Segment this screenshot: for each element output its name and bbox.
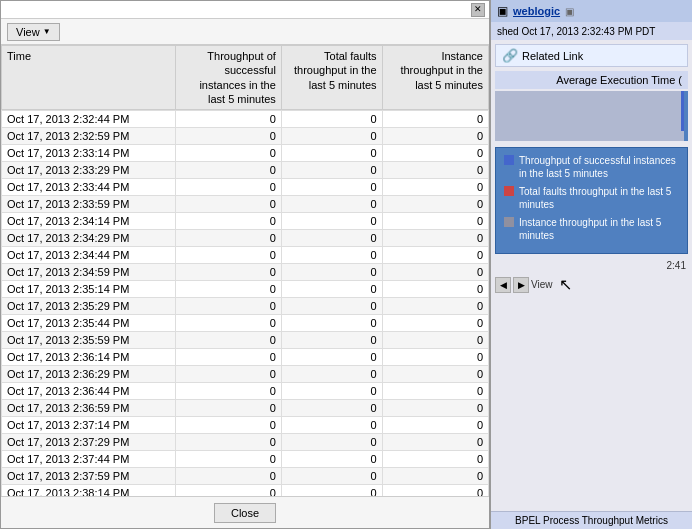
table-cell-value: 0 xyxy=(281,196,382,213)
table-row: Oct 17, 2013 2:35:44 PM000 xyxy=(2,315,489,332)
table-cell-value: 0 xyxy=(382,213,488,230)
table-cell-time: Oct 17, 2013 2:36:29 PM xyxy=(2,366,176,383)
table-cell-value: 0 xyxy=(175,315,281,332)
table-cell-value: 0 xyxy=(175,349,281,366)
table-row: Oct 17, 2013 2:33:44 PM000 xyxy=(2,179,489,196)
close-button[interactable]: Close xyxy=(214,503,276,523)
table-cell-time: Oct 17, 2013 2:37:59 PM xyxy=(2,468,176,485)
table-cell-value: 0 xyxy=(175,485,281,496)
table-row: Oct 17, 2013 2:35:59 PM000 xyxy=(2,332,489,349)
data-table-body: Oct 17, 2013 2:32:44 PM000Oct 17, 2013 2… xyxy=(1,110,489,496)
table-cell-time: Oct 17, 2013 2:35:59 PM xyxy=(2,332,176,349)
table-cell-time: Oct 17, 2013 2:37:44 PM xyxy=(2,451,176,468)
table-cell-value: 0 xyxy=(281,128,382,145)
col-header-throughput-success: Throughput of successful instances in th… xyxy=(175,46,281,110)
dialog-titlebar: ✕ xyxy=(1,1,489,19)
table-cell-value: 0 xyxy=(382,349,488,366)
table-row: Oct 17, 2013 2:36:44 PM000 xyxy=(2,383,489,400)
table-cell-time: Oct 17, 2013 2:32:59 PM xyxy=(2,128,176,145)
table-cell-value: 0 xyxy=(175,332,281,349)
table-cell-value: 0 xyxy=(382,417,488,434)
table-cell-time: Oct 17, 2013 2:36:14 PM xyxy=(2,349,176,366)
view-arrow-icon: ▼ xyxy=(43,27,51,36)
table-scroll-area[interactable]: Oct 17, 2013 2:32:44 PM000Oct 17, 2013 2… xyxy=(1,110,489,496)
table-cell-value: 0 xyxy=(281,468,382,485)
table-cell-value: 0 xyxy=(175,468,281,485)
table-cell-value: 0 xyxy=(281,332,382,349)
table-cell-value: 0 xyxy=(175,417,281,434)
col-header-instance-throughput: Instance throughput in the last 5 minute… xyxy=(382,46,488,110)
timestamp-value: 2:41 xyxy=(667,260,686,271)
nav-next-button[interactable]: ▶ xyxy=(513,277,529,293)
table-row: Oct 17, 2013 2:38:14 PM000 xyxy=(2,485,489,496)
nav-prev-button[interactable]: ◀ xyxy=(495,277,511,293)
table-cell-value: 0 xyxy=(382,400,488,417)
right-spacer xyxy=(491,296,692,511)
close-x-button[interactable]: ✕ xyxy=(471,3,485,17)
table-cell-value: 0 xyxy=(281,400,382,417)
table-cell-value: 0 xyxy=(382,315,488,332)
bottom-label-text: BPEL Process Throughput Metrics xyxy=(515,515,668,526)
table-cell-time: Oct 17, 2013 2:33:59 PM xyxy=(2,196,176,213)
table-cell-value: 0 xyxy=(175,145,281,162)
table-cell-value: 0 xyxy=(175,162,281,179)
table-cell-value: 0 xyxy=(281,213,382,230)
right-panel: ▣ weblogic ▣ shed Oct 17, 2013 2:32:43 P… xyxy=(490,0,692,529)
next-arrow-icon: ▶ xyxy=(518,280,525,290)
table-cell-value: 0 xyxy=(382,196,488,213)
table-cell-time: Oct 17, 2013 2:34:14 PM xyxy=(2,213,176,230)
table-cell-value: 0 xyxy=(175,264,281,281)
app-icon2: ▣ xyxy=(565,6,574,17)
table-body: Oct 17, 2013 2:32:44 PM000Oct 17, 2013 2… xyxy=(2,111,489,496)
table-cell-value: 0 xyxy=(281,417,382,434)
table-row: Oct 17, 2013 2:37:44 PM000 xyxy=(2,451,489,468)
table-cell-time: Oct 17, 2013 2:37:14 PM xyxy=(2,417,176,434)
view-button[interactable]: View ▼ xyxy=(7,23,60,41)
table-cell-value: 0 xyxy=(382,111,488,128)
legend-item-3: Instance throughput in the last 5 minute… xyxy=(504,216,679,242)
prev-arrow-icon: ◀ xyxy=(500,280,507,290)
table-cell-value: 0 xyxy=(382,247,488,264)
chart-area xyxy=(495,91,688,141)
table-cell-value: 0 xyxy=(382,298,488,315)
table-row: Oct 17, 2013 2:34:59 PM000 xyxy=(2,264,489,281)
chart-bottom-nav: ◀ ▶ View ↖ xyxy=(491,273,692,296)
legend-item-1: Throughput of successful instances in th… xyxy=(504,154,679,180)
legend-color-gray xyxy=(504,217,514,227)
table-cell-value: 0 xyxy=(382,332,488,349)
table-cell-time: Oct 17, 2013 2:35:29 PM xyxy=(2,298,176,315)
avg-exec-bar: Average Execution Time ( xyxy=(495,71,688,89)
table-cell-value: 0 xyxy=(382,434,488,451)
table-cell-value: 0 xyxy=(175,247,281,264)
table-cell-value: 0 xyxy=(281,485,382,496)
table-cell-value: 0 xyxy=(382,230,488,247)
table-row: Oct 17, 2013 2:37:59 PM000 xyxy=(2,468,489,485)
table-header: Time Throughput of successful instances … xyxy=(2,46,489,110)
table-cell-value: 0 xyxy=(382,128,488,145)
table-row: Oct 17, 2013 2:33:14 PM000 xyxy=(2,145,489,162)
table-cell-value: 0 xyxy=(382,468,488,485)
table-row: Oct 17, 2013 2:32:59 PM000 xyxy=(2,128,489,145)
table-cell-value: 0 xyxy=(175,383,281,400)
link-icon: 🔗 xyxy=(502,48,518,63)
table-cell-value: 0 xyxy=(281,230,382,247)
table-row: Oct 17, 2013 2:33:29 PM000 xyxy=(2,162,489,179)
chart-bar-right xyxy=(684,91,688,141)
table-row: Oct 17, 2013 2:37:29 PM000 xyxy=(2,434,489,451)
related-link-bar[interactable]: 🔗 Related Link xyxy=(495,44,688,67)
table-cell-time: Oct 17, 2013 2:35:44 PM xyxy=(2,315,176,332)
table-cell-time: Oct 17, 2013 2:37:29 PM xyxy=(2,434,176,451)
table-cell-value: 0 xyxy=(281,434,382,451)
table-cell-time: Oct 17, 2013 2:34:29 PM xyxy=(2,230,176,247)
data-table: Time Throughput of successful instances … xyxy=(1,45,489,110)
table-cell-value: 0 xyxy=(382,179,488,196)
table-cell-time: Oct 17, 2013 2:36:59 PM xyxy=(2,400,176,417)
table-cell-value: 0 xyxy=(175,230,281,247)
table-cell-value: 0 xyxy=(281,281,382,298)
table-row: Oct 17, 2013 2:35:14 PM000 xyxy=(2,281,489,298)
view-label: View xyxy=(16,26,40,38)
table-cell-time: Oct 17, 2013 2:35:14 PM xyxy=(2,281,176,298)
table-cell-value: 0 xyxy=(382,366,488,383)
table-cell-time: Oct 17, 2013 2:34:44 PM xyxy=(2,247,176,264)
chart-bar-blue xyxy=(681,91,684,131)
